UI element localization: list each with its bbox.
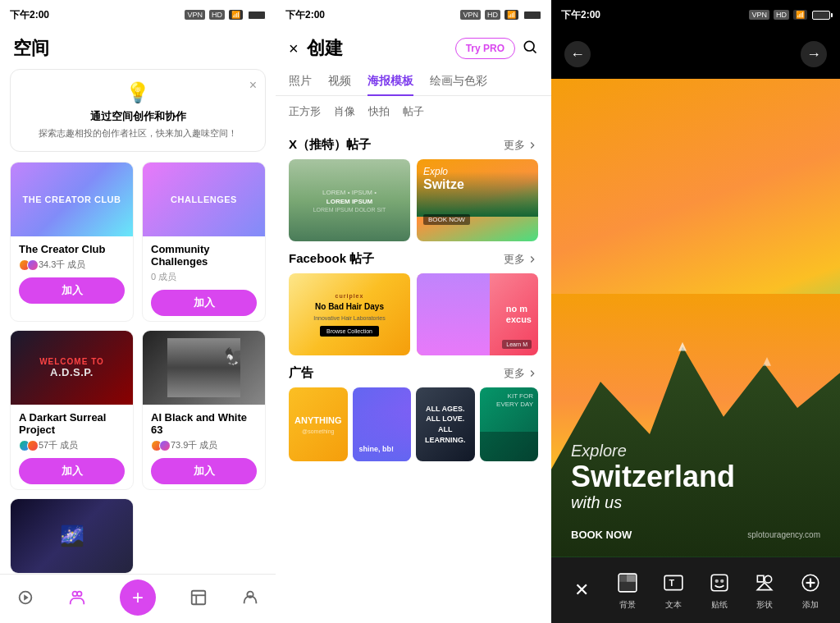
status-time-2: 下午2:00: [285, 8, 325, 22]
bw-members: 73.9千 成员: [151, 439, 257, 451]
network-icon: 📶: [229, 10, 243, 20]
ad-templates: ANYTHING @something shine, bb! ALL AGES.…: [289, 387, 538, 461]
facebook-templates: curiplex No Bad Hair Days Innovative Hai…: [289, 273, 538, 355]
ad-section-title: 广告: [289, 365, 313, 381]
join-challenges-button[interactable]: 加入: [151, 290, 257, 316]
toolbar-shape[interactable]: 形状: [751, 570, 778, 611]
status-time-1: 下午2:00: [10, 8, 49, 22]
tab-video[interactable]: 视频: [328, 67, 351, 95]
subtab-square[interactable]: 正方形: [289, 103, 321, 121]
twitter-more-button[interactable]: 更多: [504, 138, 538, 153]
avatar-6: [159, 440, 171, 451]
ad-section-header: 广告 更多: [289, 365, 538, 381]
notification-title: 通过空间创作和协作: [24, 109, 252, 124]
text-icon: T: [660, 570, 687, 596]
notification-close-btn[interactable]: ×: [249, 78, 257, 93]
nav-gallery[interactable]: [189, 589, 208, 607]
book-row: BOOK NOW splotouragency.com: [551, 529, 840, 557]
fb-template-1[interactable]: curiplex No Bad Hair Days Innovative Hai…: [289, 273, 410, 355]
ad-template-2[interactable]: shine, bb!: [353, 387, 412, 461]
panel-kongjian: 下午2:00 VPN HD 📶 空间 × 💡 通过空间创作和协作 探索志趣相投的…: [0, 0, 276, 623]
p2-tabs: 照片 视频 海报模板 绘画与色彩: [276, 67, 551, 96]
twitter-template-1[interactable]: LOREM • IPSUM • LOREM IPSUM LOREM IPSUM …: [289, 159, 410, 241]
svg-text:T: T: [669, 578, 675, 588]
toolbar-background[interactable]: 背景: [614, 570, 641, 611]
p2-content: X（推特）帖子 更多 LOREM • IPSUM • LOREM IPSUM L…: [276, 127, 551, 613]
community-card-creator: ThE CREATOR CLUB The Creator Club 34.3千 …: [10, 162, 134, 322]
p3-toolbar: ✕ 背景 T 文本 贴纸: [551, 557, 840, 623]
nav-profile[interactable]: [241, 589, 259, 607]
svg-rect-4: [192, 590, 206, 604]
background-label: 背景: [619, 599, 636, 611]
challenges-info: Community Challenges 0 成员 加入: [143, 236, 265, 322]
darkart-main-text: A.D.S.P.: [39, 366, 104, 378]
try-pro-button[interactable]: Try PRO: [455, 38, 515, 59]
facebook-section-header: Facebook 帖子 更多: [289, 251, 538, 267]
svg-line-9: [533, 49, 536, 53]
svg-point-22: [720, 579, 724, 583]
challenges-members: 0 成员: [151, 271, 257, 283]
signal-icon-3: 📶: [793, 10, 807, 20]
ad-more-button[interactable]: 更多: [504, 366, 538, 381]
twitter-template-2[interactable]: Explo Switze BOOK NOW: [417, 159, 538, 241]
creator-club-members: 34.3千 成员: [19, 259, 125, 271]
svg-marker-1: [25, 594, 30, 600]
facebook-more-button[interactable]: 更多: [504, 252, 538, 267]
facebook-section-title: Facebook 帖子: [289, 251, 374, 267]
book-now-text: BOOK NOW: [571, 529, 632, 541]
sticker-label: 贴纸: [711, 599, 728, 611]
subtab-post[interactable]: 帖子: [403, 103, 424, 121]
add-label: 添加: [802, 599, 819, 611]
forward-button[interactable]: →: [801, 41, 827, 67]
status-icons-2: VPN HD 📶: [459, 10, 541, 20]
svg-rect-23: [758, 575, 765, 582]
join-bw-button[interactable]: 加入: [151, 458, 257, 484]
challenges-label: CHALLENGES: [167, 191, 240, 208]
nav-explore[interactable]: [16, 589, 34, 607]
avatar-4: [27, 440, 39, 451]
toolbar-sticker[interactable]: 贴纸: [706, 570, 733, 611]
svg-point-21: [714, 579, 718, 583]
toolbar-text[interactable]: T 文本: [660, 570, 687, 611]
space-image: 🌌: [11, 499, 133, 573]
join-darkart-button[interactable]: 加入: [19, 458, 125, 484]
ad-template-3[interactable]: ALL AGES.ALL LOVE.ALL LEARNING.: [416, 387, 475, 461]
shape-label: 形状: [756, 599, 773, 611]
vpn-icon-2: VPN: [460, 10, 481, 20]
p2-page-title: 创建: [307, 36, 343, 61]
hd-icon-3: HD: [774, 10, 789, 20]
join-creator-club-button[interactable]: 加入: [19, 277, 125, 304]
community-card-darkart: WELCOME TO A.D.S.P. A Darkart Surreal Pr…: [10, 330, 134, 490]
fb-template-2[interactable]: no mexcus Learn M: [417, 273, 538, 355]
status-bar-2: 下午2:00 VPN HD 📶: [276, 0, 551, 30]
svg-rect-15: [620, 575, 628, 582]
svg-rect-17: [620, 582, 637, 591]
tab-drawing[interactable]: 绘画与色彩: [430, 67, 487, 95]
creator-club-label: ThE CREATOR CLUB: [19, 191, 124, 208]
subtab-portrait[interactable]: 肖像: [334, 103, 355, 121]
subtab-quick[interactable]: 快拍: [368, 103, 390, 121]
back-button[interactable]: ←: [564, 41, 591, 67]
bw-info: AI Black and White 63 73.9千 成员 加入: [143, 405, 265, 490]
notification-card: × 💡 通过空间创作和协作 探索志趣相投的创作者社区，快来加入趣味空间！: [10, 69, 266, 152]
signal-icon-2: 📶: [504, 10, 518, 20]
tab-photos[interactable]: 照片: [289, 67, 312, 95]
p2-header-right: Try PRO: [455, 38, 538, 59]
darkart-image: WELCOME TO A.D.S.P.: [11, 331, 133, 405]
community-card-bw: 🦅 AI Black and White 63 73.9千 成员 加入: [142, 330, 266, 490]
toolbar-close-button[interactable]: ✕: [568, 573, 596, 607]
p2-close-button[interactable]: ×: [289, 39, 299, 58]
vpn-icon-3: VPN: [749, 10, 769, 20]
tab-poster[interactable]: 海报模板: [368, 67, 413, 95]
toolbar-add[interactable]: 添加: [797, 570, 824, 611]
creator-club-image: ThE CREATOR CLUB: [11, 163, 133, 236]
shape-icon: [751, 570, 778, 596]
svg-point-3: [77, 591, 82, 596]
nav-add-button[interactable]: +: [120, 579, 156, 616]
add-icon: [797, 570, 824, 596]
nav-community[interactable]: [68, 589, 86, 607]
ad-template-1[interactable]: ANYTHING @something: [289, 387, 348, 461]
darkart-welcome-text: WELCOME TO: [39, 357, 104, 366]
ad-template-4[interactable]: KIT FOREVERY DAY: [480, 387, 539, 461]
search-icon-btn[interactable]: [522, 39, 538, 59]
